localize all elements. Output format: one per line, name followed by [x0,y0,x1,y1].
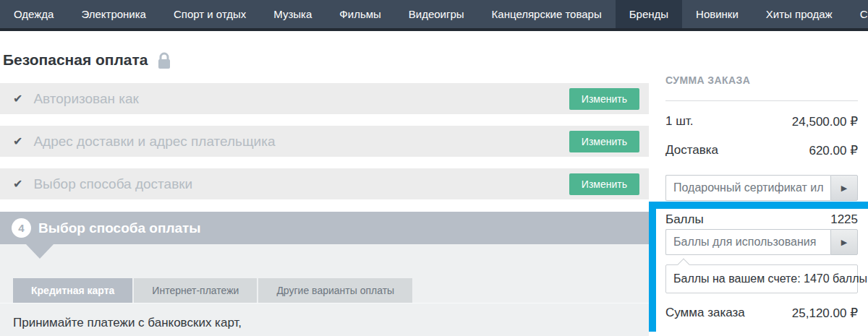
step-row-address: ✔ Адрес доставки и адрес плательщика Изм… [0,126,649,157]
summary-divider [665,100,858,101]
order-summary-sidebar: СУММА ЗАКАЗА 1 шт. 24,500.00 ₽ Доставка … [665,0,858,336]
step-number-badge: 4 [12,218,31,238]
nav-item-stationery[interactable]: Канцелярские товары [478,0,616,28]
payment-method-panel: Кредитная карта Интернет-платежи Другие … [0,244,649,336]
change-delivery-button[interactable]: Изменить [569,173,639,195]
check-icon: ✔ [13,92,22,105]
summary-row-quantity: 1 шт. 24,500.00 ₽ [665,114,858,129]
step-header-label: Выбор способа оплаты [38,220,201,236]
step-label: Выбор способа доставки [33,176,569,192]
quantity-label: 1 шт. [665,114,693,129]
summary-row-delivery: Доставка 620.00 ₽ [665,143,858,158]
delivery-label: Доставка [665,143,718,158]
step-label: Авторизован как [33,91,569,107]
tab-internet-payments[interactable]: Интернет-платежи [134,278,257,303]
page-title-row: Безопасная оплата [3,51,171,69]
nav-item-electronics[interactable]: Электроника [67,0,160,28]
summary-row-total: Сумма заказа 25,120.00 ₽ [665,306,858,321]
points-balance-tooltip: Баллы на вашем счете: 1470 баллы. [665,264,858,293]
apply-points-button[interactable]: ▶ [830,229,858,255]
step-header-pointer [26,244,54,259]
page-title: Безопасная оплата [3,51,148,69]
secure-checkout-page: Одежда Электроника Спорт и отдых Музыка … [0,0,868,336]
highlight-border-left [649,202,656,332]
highlight-border-top [649,202,868,209]
order-summary-title: СУММА ЗАКАЗА [665,74,750,86]
total-label: Сумма заказа [665,306,745,321]
tab-underline [0,303,649,303]
step-header-payment-method: 4 Выбор способа оплаты [0,212,649,244]
total-value: 25,120.00 ₽ [792,306,858,321]
step-row-delivery: ✔ Выбор способа доставки Изменить [0,168,649,199]
nav-item-clothing[interactable]: Одежда [0,0,67,28]
points-value: 1225 [830,212,858,227]
apply-gift-certificate-button[interactable]: ▶ [830,175,858,201]
quantity-value: 24,500.00 ₽ [792,114,858,129]
payment-tabs: Кредитная карта Интернет-платежи Другие … [13,278,412,303]
nav-item-movies[interactable]: Фильмы [326,0,394,28]
tab-other-payment-options[interactable]: Другие варианты оплаты [258,278,412,303]
change-authorized-button[interactable]: Изменить [569,88,639,110]
delivery-value: 620.00 ₽ [809,143,858,158]
tab-credit-card[interactable]: Кредитная карта [13,278,132,303]
nav-item-music[interactable]: Музыка [260,0,326,28]
points-balance-text: Баллы на вашем счете: 1470 баллы. [673,272,868,285]
gift-certificate-group: ▶ [665,175,858,201]
summary-row-points: Баллы 1225 [665,212,858,227]
check-icon: ✔ [13,177,22,191]
nav-item-sports[interactable]: Спорт и отдых [160,0,260,28]
step-label: Адрес доставки и адрес плательщика [33,134,569,150]
change-address-button[interactable]: Изменить [569,131,639,152]
check-icon: ✔ [13,134,22,148]
arrow-right-icon: ▶ [841,238,847,247]
step-row-authorized: ✔ Авторизован как Изменить [0,83,649,114]
gift-certificate-input[interactable] [665,175,830,201]
nav-item-videogames[interactable]: Видеоигры [395,0,478,28]
points-label: Баллы [665,212,704,227]
lock-icon [157,52,171,69]
points-to-use-group: ▶ [665,229,858,255]
tooltip-caret [678,259,690,271]
arrow-right-icon: ▶ [841,184,847,193]
payment-tab-text: Принимайте платежи с банковских карт, [13,316,242,330]
points-to-use-input[interactable] [665,229,830,255]
